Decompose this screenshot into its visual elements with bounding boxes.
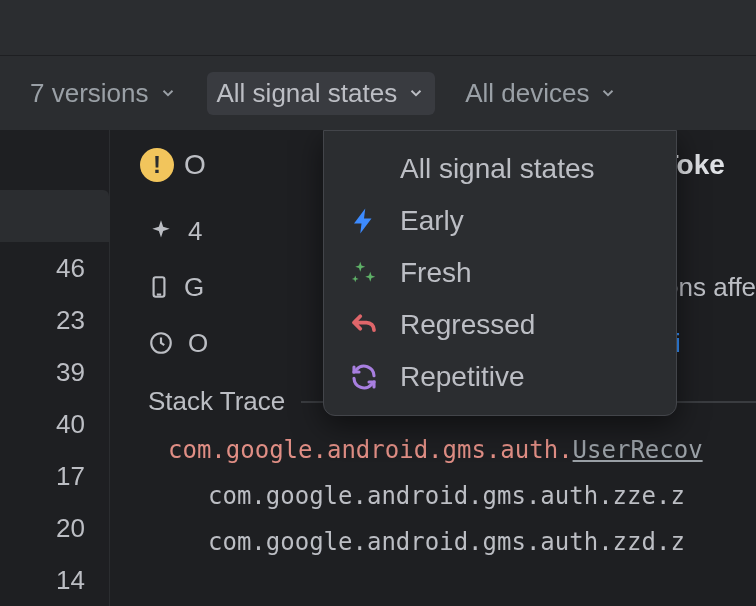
cycle-icon — [346, 362, 382, 392]
dd-item-label: Repetitive — [400, 361, 525, 393]
list-count: 20 — [0, 502, 109, 554]
left-column-stub — [0, 190, 109, 242]
undo-icon — [346, 310, 382, 340]
dd-item-label: Fresh — [400, 257, 472, 289]
clock-icon — [146, 330, 176, 356]
chevron-down-icon — [159, 84, 177, 102]
trace-line[interactable]: com.google.android.gms.auth.zze.z — [208, 473, 756, 519]
warning-icon: ! — [140, 148, 174, 182]
bolt-icon — [346, 206, 382, 236]
filter-bar: 7 versions All signal states All devices — [0, 56, 756, 130]
dd-item-regressed[interactable]: Regressed — [324, 299, 676, 351]
list-count: 14 — [0, 554, 109, 606]
filter-devices[interactable]: All devices — [455, 72, 627, 115]
issue-title: O — [184, 149, 206, 181]
summary-events-text: 4 — [188, 216, 202, 247]
filter-versions[interactable]: 7 versions — [20, 72, 187, 115]
list-count: 46 — [0, 242, 109, 294]
content-area: 46 23 39 40 17 20 14 22 ! O tchAuthToke … — [0, 130, 756, 606]
phone-icon — [146, 274, 172, 300]
signal-states-dropdown: All signal states Early Fresh Regressed — [323, 130, 677, 416]
dd-item-all-signal-states[interactable]: All signal states — [324, 143, 676, 195]
trace-class: UserRecov — [573, 436, 703, 464]
trace-line[interactable]: com.google.android.gms.auth.zzd.z — [208, 519, 756, 565]
summary-time-text-left: O — [188, 328, 208, 359]
sparkles-icon — [346, 258, 382, 288]
trace-package: com.google.android.gms.auth. — [168, 436, 573, 464]
filter-signal-states-label: All signal states — [217, 78, 398, 109]
dd-item-repetitive[interactable]: Repetitive — [324, 351, 676, 403]
left-column: 46 23 39 40 17 20 14 22 — [0, 130, 110, 606]
stack-trace: com.google.android.gms.auth.UserRecov co… — [140, 427, 756, 565]
list-count: 39 — [0, 346, 109, 398]
filter-devices-label: All devices — [465, 78, 589, 109]
dd-item-early[interactable]: Early — [324, 195, 676, 247]
top-bar — [0, 0, 756, 56]
dd-item-label: All signal states — [400, 153, 595, 185]
list-count: 17 — [0, 450, 109, 502]
chevron-down-icon — [599, 84, 617, 102]
filter-versions-label: 7 versions — [30, 78, 149, 109]
chevron-down-icon — [407, 84, 425, 102]
spark-icon — [146, 218, 176, 244]
dd-item-label: Early — [400, 205, 464, 237]
dd-item-fresh[interactable]: Fresh — [324, 247, 676, 299]
list-count: 40 — [0, 398, 109, 450]
trace-line[interactable]: com.google.android.gms.auth.UserRecov — [168, 427, 756, 473]
summary-device-text: G — [184, 272, 204, 303]
dd-item-label: Regressed — [400, 309, 535, 341]
filter-signal-states[interactable]: All signal states — [207, 72, 436, 115]
issue-title-prefix: O — [184, 149, 206, 180]
list-count: 23 — [0, 294, 109, 346]
stack-trace-label: Stack Trace — [148, 386, 285, 417]
main-panel: ! O tchAuthToke 4 G Versions affe — [110, 130, 756, 606]
